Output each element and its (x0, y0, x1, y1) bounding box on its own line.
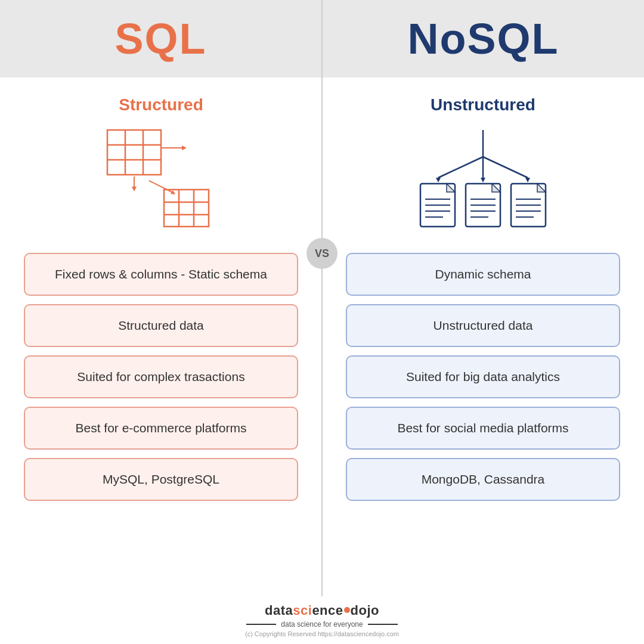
sql-card-2: Structured data (24, 304, 298, 347)
svg-rect-0 (107, 130, 161, 175)
nosql-title: NoSQL (408, 14, 559, 63)
main-content: VS Structured (0, 78, 644, 644)
svg-marker-6 (182, 145, 187, 150)
svg-line-17 (438, 157, 483, 178)
logo-data-text: data (265, 603, 293, 618)
footer-logo: datasciencedojo (265, 603, 379, 618)
svg-marker-30 (492, 184, 500, 192)
logo-dojo-text: dojo (351, 603, 379, 618)
sql-title: SQL (114, 14, 206, 63)
nosql-card-2: Unstructured data (346, 304, 620, 347)
logo-circle-dot (344, 607, 350, 613)
vertical-divider (321, 78, 323, 644)
sql-illustration (95, 124, 227, 237)
nosql-column: Unstructured (322, 78, 644, 644)
header-nosql-section: NoSQL (323, 0, 644, 78)
vs-badge: VS (306, 238, 338, 269)
footer: datasciencedojo data science for everyon… (0, 596, 644, 644)
svg-marker-24 (447, 184, 455, 192)
svg-line-19 (483, 157, 528, 178)
sql-card-3: Suited for complex trasactions (24, 355, 298, 398)
footer-tagline-row: data science for everyone (246, 620, 397, 628)
nosql-cards: Dynamic schema Unstructured data Suited … (346, 253, 620, 501)
nosql-column-label: Unstructured (431, 95, 535, 114)
sql-card-1: Fixed rows & columns - Static schema (24, 253, 298, 296)
tagline-text: data science for everyone (281, 620, 363, 628)
nosql-card-1: Dynamic schema (346, 253, 620, 296)
nosql-card-4: Best for social media platforms (346, 407, 620, 450)
header: SQL NoSQL (0, 0, 644, 78)
nosql-card-3: Suited for big data analytics (346, 355, 620, 398)
sql-cards: Fixed rows & columns - Static schema Str… (24, 253, 298, 501)
sql-card-4: Best for e-commerce platforms (24, 407, 298, 450)
sql-card-5: MySQL, PostgreSQL (24, 458, 298, 501)
nosql-card-5: MongoDB, Cassandra (346, 458, 620, 501)
svg-line-9 (149, 181, 173, 193)
logo-sci-text: sci (293, 603, 312, 618)
svg-marker-22 (525, 178, 530, 182)
svg-marker-21 (481, 178, 485, 182)
svg-rect-11 (164, 190, 209, 227)
logo-ence-text: ence (312, 603, 343, 618)
sql-column-label: Structured (119, 95, 203, 114)
svg-marker-8 (132, 187, 137, 191)
footer-copyright: (c) Copyrights Reserved https://datascie… (245, 630, 399, 637)
svg-marker-36 (537, 184, 546, 192)
nosql-illustration (417, 124, 549, 237)
tagline-line-right (368, 624, 398, 625)
svg-marker-20 (436, 178, 441, 182)
header-sql-section: SQL (0, 0, 323, 78)
sql-column: Structured (0, 78, 322, 644)
tagline-line-left (246, 624, 276, 625)
